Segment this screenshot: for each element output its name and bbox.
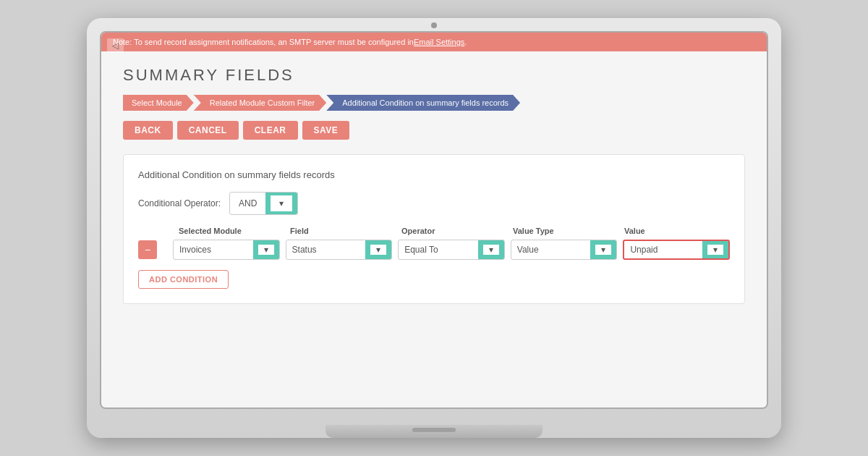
- step-additional-condition: Additional Condition on summary fields r…: [326, 95, 520, 111]
- action-buttons: BACK CANCEL CLEAR SAVE: [123, 121, 745, 140]
- back-arrow-icon: ◁: [112, 41, 119, 51]
- operator-select[interactable]: AND ▾: [229, 192, 298, 215]
- table-header: Selected Module Field Operator Value Typ…: [138, 227, 730, 235]
- page-title: SUMMARY FIELDS: [123, 66, 745, 85]
- save-button[interactable]: SAVE: [302, 121, 350, 140]
- laptop-frame: ◁ Note: To send record assignment notifi…: [87, 18, 781, 438]
- condition-card-title: Additional Condition on summary fields r…: [138, 169, 730, 180]
- module-select[interactable]: Invoices ▾: [173, 240, 280, 260]
- screen-content: ◁ Note: To send record assignment notifi…: [101, 33, 767, 408]
- laptop-camera: [431, 22, 437, 28]
- col-header-module: Selected Module: [179, 227, 284, 235]
- operator-label: Conditional Operator:: [138, 198, 221, 208]
- value-value: Unpaid: [624, 245, 702, 255]
- step-additional-condition-label: Additional Condition on summary fields r…: [342, 98, 509, 107]
- value-arrow-icon[interactable]: ▾: [702, 241, 728, 258]
- module-value: Invoices: [174, 245, 253, 255]
- col-header-value: Value: [624, 227, 730, 235]
- minus-icon: −: [145, 244, 150, 256]
- value-type-value: Value: [511, 245, 591, 255]
- condition-table: Selected Module Field Operator Value Typ…: [138, 227, 730, 260]
- step-related-module-label: Related Module Custom Filter: [210, 98, 315, 107]
- main-content: SUMMARY FIELDS Select Module Related Mod…: [101, 51, 767, 408]
- col-header-field: Field: [290, 227, 396, 235]
- step-select-module-label: Select Module: [132, 98, 182, 107]
- field-value: Status: [286, 245, 366, 255]
- notification-text: Note: To send record assignment notifica…: [113, 38, 414, 46]
- clear-button[interactable]: CLEAR: [243, 121, 298, 140]
- table-row: − Invoices ▾ Status: [138, 240, 730, 260]
- laptop-base: [326, 425, 542, 438]
- col-header-value-type: Value Type: [513, 227, 618, 235]
- step-select-module: Select Module: [123, 95, 194, 111]
- email-settings-link[interactable]: Email Settings: [414, 38, 464, 46]
- condition-card: Additional Condition on summary fields r…: [123, 154, 745, 304]
- breadcrumb-steps: Select Module Related Module Custom Filt…: [123, 95, 745, 111]
- step-related-module: Related Module Custom Filter: [194, 95, 327, 111]
- remove-row-button[interactable]: −: [138, 240, 157, 259]
- back-arrow-button[interactable]: ◁: [107, 38, 124, 53]
- value-select[interactable]: Unpaid ▾: [623, 240, 730, 260]
- operator-row-value: Equal To: [399, 245, 478, 255]
- operator-arrow-icon[interactable]: ▾: [265, 193, 297, 214]
- back-button[interactable]: BACK: [123, 121, 173, 140]
- value-type-select[interactable]: Value ▾: [511, 240, 618, 260]
- laptop-screen: ◁ Note: To send record assignment notifi…: [100, 31, 768, 409]
- col-header-operator: Operator: [401, 227, 507, 235]
- operator-value: AND: [230, 195, 265, 211]
- value-type-arrow-icon[interactable]: ▾: [590, 240, 616, 259]
- col-header-empty: [144, 227, 173, 235]
- add-condition-button[interactable]: ADD CONDITION: [138, 270, 229, 289]
- cancel-button[interactable]: CANCEL: [177, 121, 239, 140]
- operator-row: Conditional Operator: AND ▾: [138, 192, 730, 215]
- module-arrow-icon[interactable]: ▾: [253, 240, 279, 259]
- notification-bar: Note: To send record assignment notifica…: [101, 33, 767, 51]
- field-arrow-icon[interactable]: ▾: [365, 240, 391, 259]
- field-select[interactable]: Status ▾: [286, 240, 393, 260]
- operator-row-select[interactable]: Equal To ▾: [398, 240, 505, 260]
- operator-row-arrow-icon[interactable]: ▾: [478, 240, 504, 259]
